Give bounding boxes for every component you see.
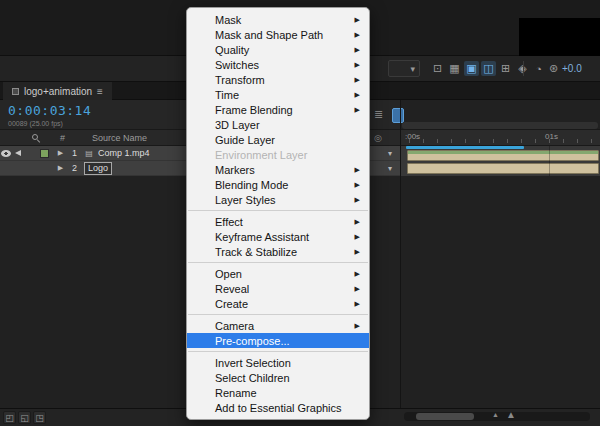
menu-item-rename[interactable]: Rename	[187, 385, 369, 400]
current-timecode[interactable]: 0:00:03:14	[8, 103, 91, 118]
tab-logo-animation[interactable]: logo+animation ≡	[3, 82, 112, 100]
menu-item-invert-selection[interactable]: Invert Selection	[187, 355, 369, 370]
layer-number: 1	[67, 146, 82, 160]
menu-item-switches[interactable]: Switches▶	[187, 57, 369, 72]
menu-item-quality[interactable]: Quality▶	[187, 42, 369, 57]
menu-item-label: Track & Stabilize	[215, 246, 297, 258]
menu-item-create[interactable]: Create▶	[187, 296, 369, 311]
menu-item-label: Layer Styles	[215, 194, 276, 206]
panel-menu-icon[interactable]: ≡	[97, 86, 103, 97]
menu-item-label: Guide Layer	[215, 134, 275, 146]
menu-item-effect[interactable]: Effect▶	[187, 214, 369, 229]
menu-item-mask[interactable]: Mask▶	[187, 12, 369, 27]
track-bar-logo[interactable]	[407, 163, 599, 174]
menu-separator	[188, 351, 368, 352]
region-of-interest-icon[interactable]: ◫	[481, 61, 496, 76]
menu-item-label: Keyframe Assistant	[215, 231, 309, 243]
menu-item-label: Select Children	[215, 372, 290, 384]
frame-rate-icon[interactable]: ◔	[531, 61, 546, 76]
layer-name-editing[interactable]: Logo	[84, 162, 112, 175]
chevron-down-icon[interactable]: ▾	[388, 164, 392, 173]
view-options-dropdown[interactable]: ▾	[388, 60, 420, 77]
menu-item-reveal[interactable]: Reveal▶	[187, 281, 369, 296]
bottom-toggles: ◰◱◳	[3, 411, 46, 424]
grid-icon[interactable]: ▦	[447, 61, 462, 76]
guides-icon[interactable]: ⊞	[498, 61, 513, 76]
snap-icon[interactable]: ⊡	[430, 61, 445, 76]
marker-bin-icon[interactable]	[392, 108, 404, 123]
menu-item-label: Camera	[215, 320, 254, 332]
speed-value: +0.0	[562, 63, 582, 74]
submenu-arrow-icon: ▶	[355, 322, 360, 330]
submenu-arrow-icon: ▶	[355, 233, 360, 241]
menu-item-label: Mask	[215, 14, 241, 26]
time-ruler[interactable]: :00s 01s	[401, 129, 600, 146]
toolbar-icons: ⊡▦▣◫⊞◈	[430, 61, 530, 76]
motion-blur-icon[interactable]: ⊛	[546, 61, 561, 76]
menu-item-camera[interactable]: Camera▶	[187, 318, 369, 333]
menu-item-label: Quality	[215, 44, 249, 56]
menu-separator	[188, 210, 368, 211]
menu-item-label: Add to Essential Graphics	[215, 402, 342, 414]
menu-item-blending-mode[interactable]: Blending Mode▶	[187, 177, 369, 192]
menu-item-label: Mask and Shape Path	[215, 29, 323, 41]
column-header-number[interactable]: #	[60, 133, 65, 143]
layer-name[interactable]: Comp 1.mp4	[98, 148, 150, 158]
work-area-bar[interactable]	[406, 146, 524, 149]
menu-item-markers[interactable]: Markers▶	[187, 162, 369, 177]
twirl-icon[interactable]: ▶	[54, 146, 67, 160]
label-color-column[interactable]	[34, 161, 54, 175]
menu-item-track-stabilize[interactable]: Track & Stabilize▶	[187, 244, 369, 259]
menu-item-label: Reveal	[215, 283, 249, 295]
toolbar-divider	[523, 61, 524, 76]
menu-item-pre-compose[interactable]: Pre-compose...	[187, 333, 369, 348]
visibility-eye-column[interactable]	[0, 161, 12, 175]
parent-pickwhip-icon: ◎	[374, 133, 382, 143]
frame-info: 00089 (25.00 fps)	[8, 120, 63, 127]
menu-item-layer-styles[interactable]: Layer Styles▶	[187, 192, 369, 207]
expand-in-out-icon[interactable]: ◳	[33, 411, 46, 424]
menu-item-label: Invert Selection	[215, 357, 291, 369]
mask-toggle-icon[interactable]: ▣	[464, 61, 479, 76]
audio-column[interactable]	[12, 161, 24, 175]
menu-item-add-to-essential-graphics[interactable]: Add to Essential Graphics	[187, 400, 369, 415]
scrollbar-thumb[interactable]	[416, 413, 474, 420]
menu-item-3d-layer[interactable]: 3D Layer	[187, 117, 369, 132]
column-header-source-name[interactable]: Source Name	[92, 133, 147, 143]
zoom-out-icon[interactable]: ▲	[492, 411, 499, 418]
menu-item-mask-and-shape-path[interactable]: Mask and Shape Path▶	[187, 27, 369, 42]
footage-icon: ▤	[82, 146, 96, 160]
search-icon[interactable]	[32, 134, 42, 144]
menu-item-select-children[interactable]: Select Children	[187, 370, 369, 385]
menu-item-label: Pre-compose...	[215, 335, 290, 347]
menu-item-time[interactable]: Time▶	[187, 87, 369, 102]
submenu-arrow-icon: ▶	[355, 300, 360, 308]
menu-item-label: Transform	[215, 74, 265, 86]
label-color-swatch[interactable]	[34, 146, 54, 160]
expand-layer-switches-icon[interactable]: ◰	[3, 411, 16, 424]
panel-icon	[12, 88, 19, 95]
track-bar-comp1[interactable]	[407, 150, 599, 161]
expand-transfer-controls-icon[interactable]: ◱	[18, 411, 31, 424]
graph-editor-icon[interactable]: ≣	[374, 108, 383, 121]
menu-item-frame-blending[interactable]: Frame Blending▶	[187, 102, 369, 117]
audio-icon[interactable]	[12, 146, 24, 160]
menu-item-guide-layer[interactable]: Guide Layer	[187, 132, 369, 147]
menu-item-keyframe-assistant[interactable]: Keyframe Assistant▶	[187, 229, 369, 244]
zoom-in-icon[interactable]: ▲	[506, 409, 516, 420]
menu-item-open[interactable]: Open▶	[187, 266, 369, 281]
menu-item-label: Switches	[215, 59, 259, 71]
ruler-ticks	[409, 139, 600, 143]
submenu-arrow-icon: ▶	[355, 106, 360, 114]
submenu-arrow-icon: ▶	[355, 285, 360, 293]
menu-item-label: Blending Mode	[215, 179, 288, 191]
submenu-arrow-icon: ▶	[355, 181, 360, 189]
chevron-down-icon[interactable]: ▾	[388, 149, 392, 158]
time-navigator[interactable]	[402, 122, 598, 129]
lock-column	[24, 161, 34, 175]
menu-item-label: Time	[215, 89, 239, 101]
visibility-eye-icon[interactable]	[0, 146, 12, 160]
menu-item-transform[interactable]: Transform▶	[187, 72, 369, 87]
twirl-icon[interactable]: ▶	[54, 161, 67, 175]
submenu-arrow-icon: ▶	[355, 270, 360, 278]
